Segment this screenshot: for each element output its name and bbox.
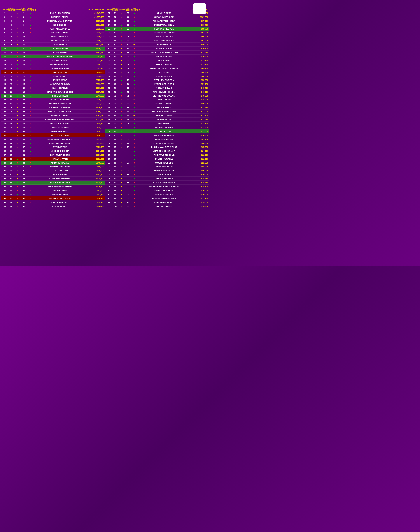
table-row: 93 93 ➡ - ▲ CHRIS LANDMAN £18,750 (105, 177, 209, 181)
table-row: 31 31 ➡ 43 ▲ GIAN VAN VEEN £204,000 (1, 129, 105, 133)
ch-position-r: POSITION (106, 8, 112, 10)
player-name: RICARDO PIETRECZKO (33, 138, 86, 140)
prize-cell: £19,000 (191, 174, 208, 176)
table-row: 23 22 ▼ 27 ▲ GARY ANDERSON £338,500 (1, 98, 105, 102)
ym-cell: ▲ (131, 75, 137, 77)
previous-cell: 11 (8, 55, 14, 58)
ym-cell: ➡ (131, 114, 137, 117)
player-name: ADAM GAWLAS (138, 63, 191, 65)
position-cell: 3 (2, 20, 8, 22)
prize-cell: £126,500 (87, 186, 104, 188)
player-name: JOSE DE SOUSA (33, 126, 86, 128)
table-row: 93 93 ➡ 83 ▼ ADAM SMITH-NEALE £18,750 (105, 181, 209, 185)
ym-cell: ▼ (27, 166, 33, 168)
position-cell: 31 (2, 130, 8, 132)
table-row: 75 79 ▲ 83 ▲ NICK KENNY £37,750 (105, 106, 209, 110)
player-name: LEE EVANS (138, 71, 191, 73)
table-row: 63 63 ➡ 64 ▲ IAN WHITE £73,750 (105, 59, 209, 63)
prize-cell: £30,500 (191, 134, 208, 136)
position-cell: 100 (106, 205, 112, 207)
previous-cell: 26 (8, 110, 14, 113)
start2024-cell: 23 (21, 103, 27, 105)
position-cell: 21 (2, 91, 8, 93)
player-name: MIKE DE DECKER (33, 150, 86, 152)
ym-cell: ➡ (131, 44, 137, 46)
ym-cell: ▲ (131, 186, 137, 188)
ym-cell: ▲ (27, 118, 33, 121)
start2024-cell: 3 (21, 16, 27, 18)
change-cell: ➡ (119, 16, 125, 18)
start2024-cell: 74 (125, 83, 131, 85)
start2024-cell: 31 (21, 95, 27, 97)
previous-cell: 53 (112, 20, 118, 22)
start2024-cell: 85 (125, 193, 131, 196)
table-row: 87 87 ➡ - ▲ JAMES HURRELL £21,250 (105, 157, 209, 161)
table-row: 83 83 ➡ 80 ▼ GRAHAM USHER £27,750 (105, 137, 209, 141)
ym-cell: ▼ (131, 162, 137, 164)
player-name: JOE CULLEN (33, 71, 86, 73)
previous-cell: 66 (112, 71, 118, 73)
position-cell: 9 (2, 44, 8, 46)
ym-cell: ▼ (131, 47, 137, 50)
change-cell: ➡ (15, 154, 21, 156)
player-name: PASCAL RUPPRECHT (138, 142, 191, 144)
previous-cell: 92 (112, 174, 118, 176)
start2024-cell: 55 (125, 32, 131, 34)
position-cell: 16 (2, 71, 8, 73)
table-row: 47 48 ▲ 50 ▲ STEVE BEATON £111,250 (1, 192, 105, 196)
player-name: KIM HUYBRECHTS (33, 154, 86, 156)
position-cell: 79 (106, 122, 112, 125)
table-row: 30 30 ➡ 25 ▼ JOSE DE SOUSA £209,000 (1, 125, 105, 129)
prize-cell: £18,750 (191, 178, 208, 180)
position-cell: 82 (106, 134, 112, 136)
ym-cell: ▲ (27, 178, 33, 180)
start2024-cell: 50 (21, 193, 27, 196)
ym-cell: ▼ (27, 189, 33, 191)
start2024-cell: 54 (21, 178, 27, 180)
position-cell: 26 (2, 110, 8, 113)
change-cell: ➡ (15, 174, 21, 176)
prize-cell: £18,500 (191, 186, 208, 188)
position-cell: 84 (106, 142, 112, 144)
prize-cell: £21,250 (191, 154, 208, 156)
change-cell: ➡ (15, 91, 21, 93)
position-cell: 62 (106, 55, 112, 58)
position-cell: 80 (106, 126, 112, 128)
start2024-cell: - (125, 134, 131, 136)
player-name: ANDREW GILDING (33, 83, 86, 85)
player-name: STEPHEN BURTON (138, 79, 191, 81)
previous-cell: 19 (8, 83, 14, 85)
change-cell: ➡ (119, 201, 125, 203)
change-cell: ➡ (15, 122, 21, 125)
player-name: MICHAEL VAN GERWEN (33, 20, 86, 22)
prize-cell: £412,250 (87, 67, 104, 69)
position-cell: 42 (2, 174, 8, 176)
position-cell: 49 (2, 201, 8, 203)
ym-cell: ▲ (27, 142, 33, 144)
previous-cell: 62 (112, 55, 118, 58)
table-row: 7 7 ➡ 10 ▲ DAVE CHISNALL £520,250 (1, 35, 105, 39)
ym-cell: ▲ (131, 154, 137, 156)
table-row: 16 14 ▼ 12 ▼ JOE CULLEN £402,250 (1, 70, 105, 74)
player-name: GARY ANDERSON (33, 98, 86, 101)
ym-cell: ▲ (27, 40, 33, 42)
previous-cell: 29 (8, 122, 14, 125)
ym-cell: ▲ (27, 99, 33, 101)
start2024-cell: - (125, 189, 131, 191)
left-rows: 1 1 ➡ 1 ▲ LUKE HUMPHRIES £1,647,250 2 2 … (1, 11, 105, 208)
change-cell: ▲ (119, 114, 125, 117)
ym-cell: ▼ (131, 118, 137, 121)
position-cell: 29 (2, 122, 8, 125)
player-name: LUKE LITTLER (33, 94, 86, 97)
table-row: 12 11 ▼ 14 ▲ DIMITRI VAN DEN BERGH £471,… (1, 55, 105, 59)
position-cell: 60 (106, 47, 112, 50)
change-cell: ▲ (119, 130, 125, 132)
position-cell: 48 (2, 197, 8, 200)
table-row: 52 52 ➡ 44 ▼ SIMON WHITLOCK £101,000 (105, 15, 209, 19)
start2024-cell: 77 (125, 114, 131, 117)
page-header (0, 0, 210, 7)
pdc-logo (193, 3, 206, 14)
prize-cell: £77,250 (191, 51, 208, 54)
player-name: ALAN SOUTAR (33, 170, 86, 172)
previous-cell: 67 (112, 75, 118, 77)
